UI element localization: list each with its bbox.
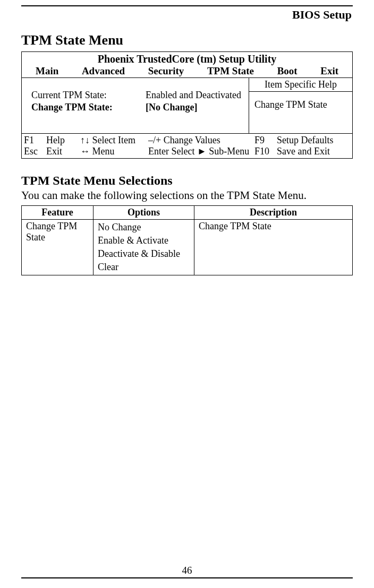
tab-exit[interactable]: Exit <box>317 65 342 77</box>
tab-tpm-state[interactable]: TPM State <box>204 65 257 77</box>
option-no-change: No Change <box>98 221 190 234</box>
help-title: Item Specific Help <box>249 78 352 92</box>
legend-row-2: Esc Exit ↔ Menu Enter Select ► Sub-Menu … <box>24 146 350 157</box>
key-f9: F9 <box>254 135 277 146</box>
bios-title: Phoenix TrustedCore (tm) Setup Utility <box>22 52 352 65</box>
key-menu: ↔ Menu <box>80 146 148 157</box>
option-deactivate-disable: Deactivate & Disable <box>98 247 190 261</box>
page-number: 46 <box>21 565 353 576</box>
intro-text: You can make the following selections on… <box>21 189 353 202</box>
selections-table: Feature Options Description Change TPM S… <box>21 205 353 275</box>
key-f10-label: Save and Exit <box>277 146 350 157</box>
key-f1: F1 <box>24 135 46 146</box>
setting-label: Current TPM State: <box>31 90 146 101</box>
tab-security[interactable]: Security <box>145 65 188 77</box>
option-enable-activate: Enable & Activate <box>98 234 190 247</box>
bios-body: Current TPM State: Enabled and Deactivat… <box>22 78 352 133</box>
key-f1-label: Help <box>46 135 80 146</box>
option-clear: Clear <box>98 261 190 274</box>
setting-value: Enabled and Deactivated <box>146 90 241 101</box>
tab-boot[interactable]: Boot <box>274 65 301 77</box>
key-f10: F10 <box>254 146 277 157</box>
table-row: Change TPM State No Change Enable & Acti… <box>22 220 353 275</box>
key-submenu: Enter Select ► Sub-Menu <box>148 146 254 157</box>
th-feature: Feature <box>22 206 94 220</box>
setting-current-tpm-state: Current TPM State: Enabled and Deactivat… <box>31 90 241 101</box>
bios-panel: Phoenix TrustedCore (tm) Setup Utility M… <box>21 51 353 159</box>
tab-main[interactable]: Main <box>32 65 62 77</box>
legend-row-1: F1 Help ↑↓ Select Item –/+ Change Values… <box>24 135 350 146</box>
table-header-row: Feature Options Description <box>22 206 353 220</box>
help-body: Change TPM State <box>249 92 352 133</box>
key-f9-label: Setup Defaults <box>277 135 350 146</box>
subsection-title: TPM State Menu Selections <box>21 174 353 188</box>
page-header: BIOS Setup <box>21 8 353 22</box>
cell-options: No Change Enable & Activate Deactivate &… <box>94 220 194 275</box>
key-change-values: –/+ Change Values <box>148 135 254 146</box>
th-options: Options <box>94 206 194 220</box>
th-description: Description <box>194 206 353 220</box>
tab-advanced[interactable]: Advanced <box>79 65 128 77</box>
cell-description: Change TPM State <box>194 220 353 275</box>
bios-settings: Current TPM State: Enabled and Deactivat… <box>22 78 249 133</box>
footer-rule <box>21 577 353 578</box>
key-esc: Esc <box>24 146 46 157</box>
header-rule <box>21 5 353 6</box>
bios-tabs: Main Advanced Security TPM State Boot Ex… <box>22 65 352 78</box>
key-select-item: ↑↓ Select Item <box>80 135 148 146</box>
setting-value: [No Change] <box>146 102 241 113</box>
page-footer: 46 <box>21 565 353 578</box>
cell-feature: Change TPM State <box>22 220 94 275</box>
section-title: TPM State Menu <box>21 32 353 48</box>
setting-change-tpm-state[interactable]: Change TPM State: [No Change] <box>31 102 241 113</box>
key-legend: F1 Help ↑↓ Select Item –/+ Change Values… <box>22 133 352 158</box>
setting-label: Change TPM State: <box>31 102 146 113</box>
key-esc-label: Exit <box>46 146 80 157</box>
help-panel: Item Specific Help Change TPM State <box>249 78 352 133</box>
